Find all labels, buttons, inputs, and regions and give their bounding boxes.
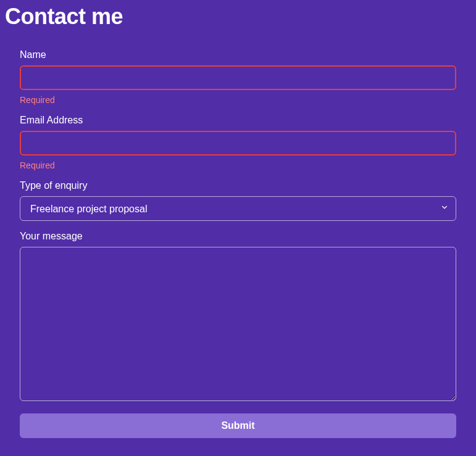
message-group: Your message (20, 231, 456, 401)
enquiry-select-wrapper: Freelance project proposal (20, 196, 456, 221)
email-error: Required (20, 160, 456, 170)
name-label: Name (20, 49, 456, 60)
enquiry-type-label: Type of enquiry (20, 180, 456, 191)
name-input[interactable] (20, 65, 456, 90)
name-error: Required (20, 95, 456, 105)
contact-form: Name Required Email Address Required Typ… (5, 49, 471, 438)
message-label: Your message (20, 231, 456, 242)
enquiry-type-select[interactable]: Freelance project proposal (20, 196, 456, 221)
message-textarea[interactable] (20, 247, 456, 401)
name-group: Name Required (20, 49, 456, 105)
submit-button[interactable]: Submit (20, 413, 456, 438)
enquiry-type-group: Type of enquiry Freelance project propos… (20, 180, 456, 221)
email-label: Email Address (20, 115, 456, 126)
email-group: Email Address Required (20, 115, 456, 170)
email-input[interactable] (20, 131, 456, 155)
page-title: Contact me (5, 4, 471, 30)
